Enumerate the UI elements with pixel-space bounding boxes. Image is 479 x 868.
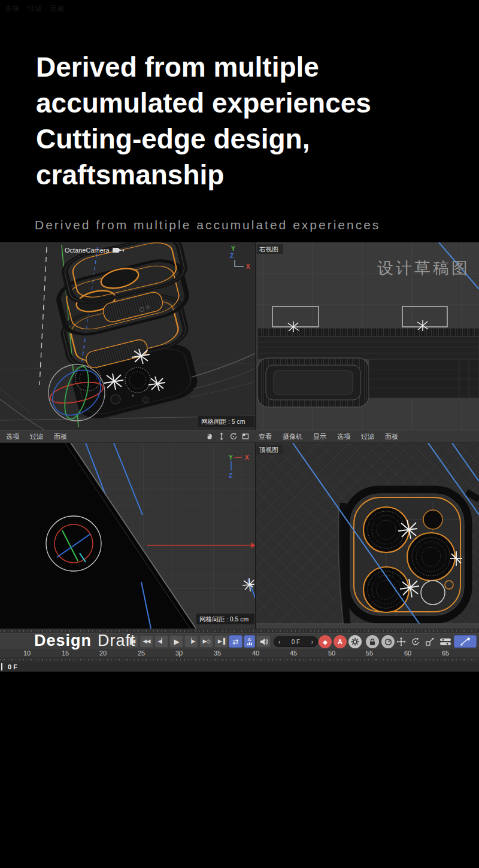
hero-subtitle: Derived from multiple accumulated experi… [35,218,380,232]
viewport-divider-vertical-bottom [255,443,256,629]
hero-title-line: Cutting-edge design, [36,121,455,157]
viewport-top-view[interactable]: 顶视图 [256,443,479,629]
ruler-tick: 25 [138,650,145,657]
autokey-display-label: A [248,638,251,642]
ruler-tick: 10 [23,650,31,657]
record-keyframe-button[interactable]: ◆ [319,635,332,648]
top-menu: 选项 过滤 面板 [5,4,65,13]
menu-item-filter[interactable]: 过滤 [361,432,374,441]
svg-text:Y: Y [229,454,233,461]
menu-item-options[interactable]: 选项 [6,432,19,441]
play-button[interactable]: ▶ [169,635,183,648]
menu-item-filter[interactable]: 过滤 [30,432,43,441]
overlay-title: DesignDraft [34,632,136,650]
menu-item-options[interactable]: 选项 [337,432,350,441]
frame-decrement[interactable]: ‹ [278,639,280,645]
frame-increment[interactable]: › [311,639,313,645]
move-icon [396,637,406,647]
svg-text:Z: Z [230,253,234,259]
overlay-title-light: Draft [98,632,136,650]
lock-button[interactable] [366,635,379,648]
ruler-tick: 65 [442,650,449,657]
hero-title-line: Derived from multiple [36,49,455,85]
viewport-right-view[interactable]: 右视图 设计草稿图 [256,242,479,430]
hero-title: Derived from multiple accumulated experi… [36,49,455,193]
ruler-tick-strip-bottom [0,657,479,662]
rotate-icon [411,637,420,647]
ruler-tick: 35 [214,650,221,657]
grid-spacing-label: 网格间距 : 0.5 cm [196,614,254,624]
overlay-title-bold: Design [34,632,92,650]
menu-item-panel[interactable]: 面板 [54,432,67,441]
dolly-zoom-icon[interactable] [217,432,226,441]
sound-button[interactable] [256,635,271,648]
viewport-divider-horizontal [0,242,479,242]
viewport-divider-vertical-top [255,242,256,430]
menu-item-camera[interactable]: 摄像机 [283,432,302,441]
loop-playback-button[interactable]: ⇄ [229,635,242,648]
solo-dial-button[interactable] [381,635,395,648]
autokey-display-button[interactable]: A [244,635,255,648]
prev-key-button[interactable]: ◀◀ [140,635,153,648]
current-frame-field[interactable]: ‹ 0 F › [274,636,318,647]
svg-text:右视图: 右视图 [259,245,278,253]
svg-text:顶视图: 顶视图 [259,446,278,453]
svg-text:网格间距 : 5 cm: 网格间距 : 5 cm [201,418,245,425]
menu-item-view[interactable]: 查看 [259,432,272,441]
top-menu-item: 过滤 [28,4,42,13]
next-key-button[interactable]: ▶◇ [199,635,213,648]
svg-text:Y: Y [231,245,235,252]
top-menu-item: 选项 [5,4,19,13]
ruler-tick: 55 [366,650,373,657]
ruler-tick: 50 [328,650,335,657]
speaker-icon [260,638,268,645]
rotate-tool-button[interactable] [410,635,422,648]
lock-icon [369,638,376,646]
top-menu-item: 面板 [50,4,65,13]
goto-end-button[interactable]: ▶▐ [214,635,228,648]
menu-item-display[interactable]: 显示 [313,432,326,441]
playhead-marker[interactable] [1,663,2,670]
svg-text:Z: Z [229,472,232,479]
lens-1 [363,507,409,553]
sliders-icon [439,637,451,647]
svg-text:X: X [245,454,249,461]
rotate-view-icon[interactable] [229,432,238,441]
scale-icon [425,637,435,647]
bottom-edge-band [256,624,479,629]
move-tool-button[interactable] [395,635,407,648]
viewport-perspective[interactable]: Y Z X OctaneCamera 网格间距 : 5 cm [0,242,256,430]
lens-3 [363,567,409,612]
frame-value: 0 F [292,639,300,645]
scale-tool-button[interactable] [424,635,436,648]
viewport-menubar-left: 选项 过滤 面板 [0,430,256,443]
next-frame-button[interactable]: ▕▶ [184,635,198,648]
current-frame-label: 0 F [8,663,17,670]
viewport-front-view[interactable]: Y X Z 网格间距 : 0.5 cm [0,443,256,629]
lidar-circle [421,581,445,605]
maximize-viewport-icon[interactable] [241,432,250,441]
keyframe-settings-button[interactable] [348,635,362,648]
svg-text:网格间距 : 0.5 cm: 网格间距 : 0.5 cm [199,615,249,623]
frame-indicator-bar[interactable]: 0 F [0,662,479,672]
page: 选项 过滤 面板 Derived from multiple accumulat… [0,0,479,868]
coordinate-toggle-button[interactable] [438,635,453,648]
watermark-text: 设计草稿图 [377,259,470,277]
hero-title-line: craftsmanship [36,157,455,193]
menu-item-panel[interactable]: 面板 [385,432,398,441]
grid-spacing-label: 网格间距 : 5 cm [198,416,254,427]
hero-title-line: accumulated experiences [36,85,455,121]
flash [423,510,442,529]
viewport-menubar-right: 查看 摄像机 显示 选项 过滤 面板 [256,430,479,443]
transport-controls: ▐◀ ◀◀ ◀▏ ▶ ▕▶ ▶◇ ▶▐ [125,635,228,648]
prev-frame-button[interactable]: ◀▏ [154,635,168,648]
spline-pen-button[interactable] [454,635,477,648]
svg-text:OctaneCamera: OctaneCamera [65,247,110,254]
autokeying-button[interactable]: A [334,635,347,648]
svg-text:X: X [246,263,250,270]
timeline-ruler[interactable]: 10 15 20 25 30 35 40 45 50 55 60 65 [0,649,479,657]
dial-icon [384,638,392,646]
ruler-tick: 40 [252,650,259,657]
pen-line-icon [460,638,471,646]
pan-hand-icon[interactable] [205,432,214,441]
